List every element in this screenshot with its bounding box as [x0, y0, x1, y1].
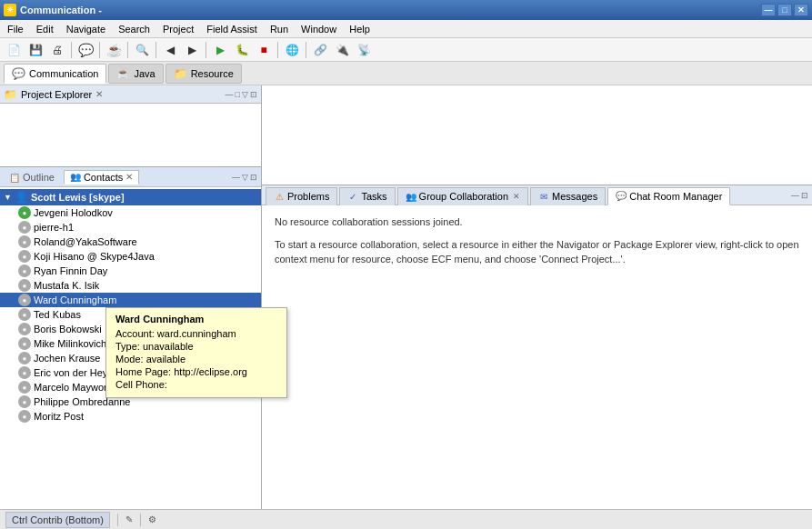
contact-item-6[interactable]: ● Ward Cunningham [0, 293, 261, 307]
contacts-root[interactable]: ▼ 👤 Scott Lewis [skype] [0, 189, 261, 205]
toolbar-sep-7 [306, 42, 306, 58]
contact-item-5[interactable]: ● Mustafa K. Isik [0, 278, 261, 293]
tasks-label: Tasks [361, 191, 386, 202]
persp-communication[interactable]: 💬 Communication [4, 64, 106, 84]
tooltip-account: Account: ward.cunningham [115, 328, 277, 339]
right-panel: ⚠ Problems ✓ Tasks 👥 Group Collaboration… [262, 85, 812, 509]
contact-name-3: Koji Hisano @ Skype4Java [34, 251, 155, 262]
panel-restore-btn[interactable]: □ [236, 90, 240, 99]
contact-icon-14: ● [18, 410, 31, 423]
tab-chat-room-manager[interactable]: 💬 Chat Room Manager [607, 187, 730, 205]
ctrl-contrib-button[interactable]: Ctrl Contrib (Bottom) [5, 512, 110, 528]
toolbar-btn-connect[interactable]: 🔗 [310, 41, 330, 59]
contacts-header: 📋 Outline 👥 Contacts ✕ — ▽ ⊡ [0, 167, 261, 187]
status-bar: Ctrl Contrib (Bottom) ✎ ⚙ [0, 509, 812, 529]
maximize-button[interactable]: □ [777, 4, 792, 16]
toolbar-btn-connect3[interactable]: 📡 [354, 41, 374, 59]
contact-item-2[interactable]: ● Roland@YakaSoftware [0, 235, 261, 249]
persp-res-label: Resource [191, 68, 234, 79]
panel-max-btn[interactable]: ⊡ [250, 90, 257, 99]
contact-tooltip: Ward Cunningham Account: ward.cunningham… [105, 307, 287, 398]
tooltip-type-value: unavailable [143, 341, 194, 352]
toolbar-btn-stop[interactable]: ■ [254, 41, 274, 59]
toolbar-btn-nav1[interactable]: ◀ [160, 41, 180, 59]
menu-window[interactable]: Window [296, 22, 342, 36]
contacts-menu-btn[interactable]: ▽ [242, 173, 248, 182]
contacts-max-btn[interactable]: ⊡ [250, 173, 257, 182]
toolbar-btn-connect2[interactable]: 🔌 [332, 41, 352, 59]
tab-problems[interactable]: ⚠ Problems [266, 187, 337, 205]
toolbar-btn-run[interactable]: ▶ [210, 41, 230, 59]
contact-item-3[interactable]: ● Koji Hisano @ Skype4Java [0, 249, 261, 264]
persp-comm-icon: 💬 [12, 67, 25, 80]
toolbar-sep-3 [127, 42, 128, 58]
persp-res-icon: 📁 [174, 67, 187, 80]
status-edit-icon[interactable]: ✎ [125, 514, 133, 524]
contact-item-0[interactable]: ● Jevgeni Holodkov [0, 205, 261, 220]
root-user-icon: 👤 [15, 191, 28, 204]
menu-run[interactable]: Run [265, 22, 294, 36]
toolbar-btn-search[interactable]: 🔍 [132, 41, 152, 59]
perspective-bar: 💬 Communication ☕ Java 📁 Resource [0, 62, 812, 85]
menu-search[interactable]: Search [113, 22, 155, 36]
contact-icon-7: ● [18, 308, 31, 321]
contacts-tab[interactable]: 👥 Contacts ✕ [64, 170, 139, 185]
toolbar-btn-print[interactable]: 🖨 [47, 41, 67, 59]
panel-minimize-btn[interactable]: — [226, 90, 234, 99]
project-explorer-content[interactable] [0, 104, 261, 167]
tabs-controls: — ⊡ [791, 191, 808, 200]
contact-name-6: Ward Cunningham [34, 294, 116, 305]
contact-item-1[interactable]: ● pierre-h1 [0, 220, 261, 235]
tabs-max-btn[interactable]: ⊡ [801, 191, 808, 200]
contacts-minimize-btn[interactable]: — [232, 173, 240, 182]
window-controls: — □ ✕ [761, 4, 808, 16]
contact-name-2: Roland@YakaSoftware [34, 236, 137, 247]
toolbar-btn-globe[interactable]: 🌐 [282, 41, 302, 59]
contact-item-4[interactable]: ● Ryan Finnin Day [0, 264, 261, 278]
project-explorer-icon: 📁 [4, 88, 17, 101]
tasks-icon: ✓ [347, 191, 358, 202]
panel-menu-btn[interactable]: ▽ [242, 90, 248, 99]
tabs-minimize-btn[interactable]: — [791, 191, 799, 200]
toolbar-btn-comm[interactable]: 💬 [75, 41, 95, 59]
tooltip-type-label: Type: [115, 341, 143, 352]
minimize-button[interactable]: — [761, 4, 776, 16]
toolbar-btn-debug[interactable]: 🐛 [232, 41, 252, 59]
chat-room-icon: 💬 [616, 191, 627, 202]
persp-resource[interactable]: 📁 Resource [165, 64, 242, 84]
tree-collapse-icon: ▼ [4, 193, 12, 202]
menu-navigate[interactable]: Navigate [61, 22, 111, 36]
toolbar-btn-save[interactable]: 💾 [25, 41, 45, 59]
contact-name-14: Moritz Post [34, 411, 84, 422]
persp-java-label: Java [134, 68, 155, 79]
close-button[interactable]: ✕ [794, 4, 808, 16]
menu-help[interactable]: Help [344, 22, 376, 36]
contact-icon-10: ● [18, 352, 31, 364]
toolbar-btn-new[interactable]: 📄 [4, 41, 24, 59]
group-collab-icon: 👥 [406, 191, 416, 202]
app-icon: ☀ [4, 4, 16, 16]
menu-field-assist[interactable]: Field Assist [201, 22, 263, 36]
tab-group-collaboration[interactable]: 👥 Group Collaboration ✕ [397, 187, 528, 205]
project-explorer-title: Project Explorer [21, 89, 92, 100]
contacts-close-btn[interactable]: ✕ [125, 172, 133, 182]
messages-label: Messages [552, 191, 597, 202]
contact-icon-9: ● [18, 337, 31, 350]
toolbar-btn-nav2[interactable]: ▶ [182, 41, 202, 59]
contact-icon-3: ● [18, 250, 31, 263]
contact-name-4: Ryan Finnin Day [34, 265, 107, 276]
tooltip-name: Ward Cunningham [115, 314, 277, 324]
group-collab-close[interactable]: ✕ [513, 192, 520, 201]
menu-file[interactable]: File [2, 22, 29, 36]
persp-java[interactable]: ☕ Java [108, 64, 163, 84]
menu-edit[interactable]: Edit [31, 22, 59, 36]
toolbar-btn-java[interactable]: ☕ [104, 41, 124, 59]
contacts-panel-controls: — ▽ ⊡ [232, 173, 257, 182]
status-settings-icon[interactable]: ⚙ [148, 514, 156, 524]
contact-item-14[interactable]: ● Moritz Post [0, 409, 261, 424]
tab-tasks[interactable]: ✓ Tasks [339, 187, 395, 205]
outline-tab[interactable]: 📋 Outline [4, 171, 60, 184]
menu-project[interactable]: Project [157, 22, 199, 36]
status-sep-1 [117, 514, 118, 526]
tab-messages[interactable]: ✉ Messages [530, 187, 606, 205]
